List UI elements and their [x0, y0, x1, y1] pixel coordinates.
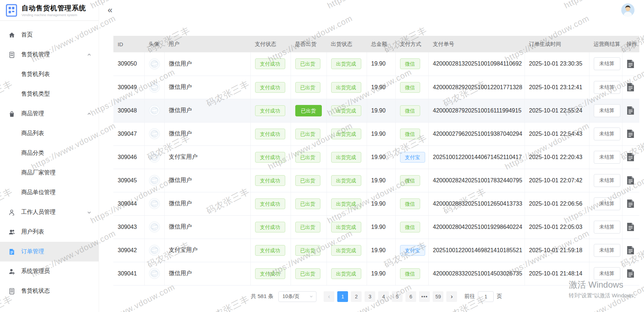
- sidebar-item-sys-admin[interactable]: 系统管理员: [0, 261, 99, 281]
- order-amount: 19.90: [371, 61, 386, 67]
- pay-status-badge: 支付成功: [255, 105, 285, 116]
- pay-order-number: 4200002824202510017832440795: [433, 177, 522, 183]
- order-id: 309047: [118, 131, 137, 137]
- settle-status-button[interactable]: 未结算: [594, 244, 620, 257]
- settle-status-button[interactable]: 未结算: [594, 267, 620, 280]
- settle-status-button[interactable]: 未结算: [594, 197, 620, 210]
- order-id: 309043: [118, 224, 137, 230]
- settle-status-button[interactable]: 未结算: [594, 81, 620, 94]
- order-created-time: 2025-10-01 21:59:18: [529, 247, 583, 253]
- user-name: 微信用户: [169, 224, 192, 230]
- settle-status-button[interactable]: 未结算: [594, 128, 620, 140]
- order-id: 309045: [118, 177, 137, 183]
- order-detail-icon[interactable]: [627, 245, 634, 255]
- shipped-badge: 已出货: [295, 268, 320, 279]
- sidebar-item-vending-manage[interactable]: 售货机管理: [0, 45, 99, 64]
- column-header-1: 头像: [144, 36, 164, 52]
- order-detail-icon[interactable]: [627, 269, 634, 278]
- order-created-time: 2025-10-01 22:54:43: [529, 131, 583, 137]
- pay-method-badge: 支付宝: [400, 245, 425, 256]
- pay-order-number: 4200002833202510014503026735: [433, 270, 522, 277]
- user-avatar-image: [149, 56, 160, 72]
- next-page-button[interactable]: ›: [446, 291, 457, 302]
- sidebar-item-staff-manage[interactable]: 工作人员管理: [0, 202, 99, 222]
- page-button-6[interactable]: 6: [405, 291, 416, 302]
- user-avatar-image: [149, 196, 160, 212]
- app-logo: 自动售货机管理系统 Vending machine management sys…: [0, 0, 99, 21]
- pagination: 共 581 条 10条/页 ‹ 123456•••59 › 前往 页: [113, 291, 639, 302]
- pay-status-badge: 支付成功: [255, 175, 285, 186]
- ship-status-badge: 出货完成: [331, 222, 361, 232]
- main-area: « ID头像用户支付状态是否出货出货状态总金额支付方式支付单号订单生成时间运营商…: [99, 0, 644, 312]
- column-header-8: 支付单号: [428, 36, 525, 52]
- sidebar-item-goods-unit[interactable]: 商品单位管理: [0, 183, 99, 202]
- order-id: 309044: [118, 201, 137, 207]
- sidebar-item-label: 售货机管理: [21, 51, 50, 58]
- page-button-3[interactable]: 3: [365, 291, 375, 302]
- order-detail-icon[interactable]: [627, 59, 634, 69]
- chevron-up-icon: [87, 111, 91, 116]
- order-created-time: 2025-10-01 21:48:14: [529, 270, 583, 277]
- page-button-4[interactable]: 4: [378, 291, 389, 302]
- page-button-5[interactable]: 5: [392, 291, 403, 302]
- order-detail-icon[interactable]: [627, 152, 634, 162]
- user-avatar-image: [149, 265, 160, 282]
- user-avatar-image: [149, 219, 160, 235]
- order-detail-icon[interactable]: [627, 106, 634, 115]
- page-button-2[interactable]: 2: [351, 291, 362, 302]
- ship-status-badge: 出货完成: [331, 175, 361, 186]
- page-buttons: 123456•••59: [336, 291, 445, 302]
- sidebar-item-user-list[interactable]: 用户列表: [0, 222, 99, 242]
- table-row: 309045微信用户支付成功已出货出货完成19.90微信420000282420…: [113, 169, 639, 192]
- user-avatar-image: [149, 126, 160, 142]
- pay-status-badge: 支付成功: [255, 198, 285, 209]
- prev-page-button[interactable]: ‹: [324, 291, 334, 302]
- order-detail-icon[interactable]: [627, 199, 634, 208]
- order-amount: 19.90: [371, 270, 386, 277]
- order-detail-icon[interactable]: [627, 129, 634, 139]
- settle-status-button[interactable]: 未结算: [594, 174, 620, 187]
- user-name: 微信用户: [169, 61, 192, 67]
- shipped-badge: 已出货: [295, 58, 320, 69]
- page-size-select[interactable]: 10条/页: [278, 291, 316, 302]
- pay-status-badge: 支付成功: [255, 152, 285, 163]
- table-row: 309050微信用户支付成功已出货出货完成19.90微信420000281320…: [113, 52, 639, 76]
- settle-status-button[interactable]: 未结算: [594, 151, 620, 164]
- pay-method-badge: 微信: [400, 105, 420, 116]
- ship-status-badge: 出货完成: [331, 268, 361, 279]
- shipped-badge: 已出货: [295, 82, 320, 93]
- user-avatar[interactable]: [621, 3, 635, 17]
- order-detail-icon[interactable]: [627, 82, 634, 92]
- order-detail-icon[interactable]: [627, 176, 634, 185]
- pay-status-badge: 支付成功: [255, 245, 285, 256]
- order-detail-icon[interactable]: [627, 222, 634, 232]
- sidebar-item-goods-factory[interactable]: 商品厂家管理: [0, 163, 99, 183]
- pay-order-number: 2025100122001440671452110417: [433, 154, 522, 160]
- sidebar-item-goods-category[interactable]: 商品分类: [0, 143, 99, 163]
- goto-page-input[interactable]: [478, 291, 494, 302]
- sidebar-item-goods-manage[interactable]: 商品管理: [0, 104, 99, 124]
- pay-method-badge: 微信: [400, 222, 420, 232]
- pay-status-badge: 支付成功: [255, 268, 285, 279]
- ship-status-badge: 出货完成: [331, 245, 361, 256]
- page-button-1[interactable]: 1: [337, 291, 348, 302]
- order-id: 309042: [118, 247, 137, 253]
- pay-method-badge: 微信: [400, 129, 420, 139]
- sidebar-item-home[interactable]: 首页: [0, 25, 99, 45]
- settle-status-button[interactable]: 未结算: [594, 221, 620, 234]
- sidebar-item-vending-status[interactable]: 售货机状态: [0, 281, 99, 301]
- sidebar-item-order-manage[interactable]: 订单管理: [0, 242, 99, 261]
- settle-status-button[interactable]: 未结算: [594, 104, 620, 117]
- sidebar-collapse-button[interactable]: «: [108, 6, 112, 14]
- user-name: 微信用户: [169, 84, 192, 90]
- logo-text: 自动售货机管理系统 Vending machine management sys…: [22, 4, 86, 17]
- page-size-value: 10条/页: [282, 293, 299, 300]
- sidebar-item-vending-type[interactable]: 售货机类型: [0, 84, 99, 104]
- order-amount: 19.90: [371, 224, 386, 230]
- settle-status-button[interactable]: 未结算: [594, 57, 620, 70]
- vending-status-icon: [8, 287, 16, 295]
- sidebar-item-goods-list[interactable]: 商品列表: [0, 124, 99, 143]
- page-button-59[interactable]: 59: [433, 291, 443, 302]
- column-header-9: 订单生成时间: [525, 36, 589, 52]
- sidebar-item-vending-list[interactable]: 售货机列表: [0, 64, 99, 84]
